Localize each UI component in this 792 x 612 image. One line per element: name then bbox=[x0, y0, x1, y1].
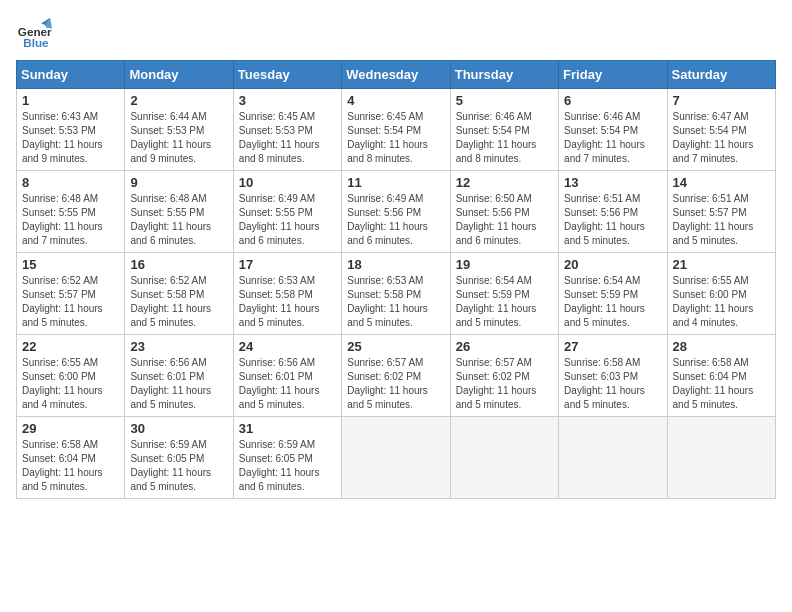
calendar-cell: 10Sunrise: 6:49 AM Sunset: 5:55 PM Dayli… bbox=[233, 171, 341, 253]
calendar-cell: 21Sunrise: 6:55 AM Sunset: 6:00 PM Dayli… bbox=[667, 253, 775, 335]
calendar-cell: 8Sunrise: 6:48 AM Sunset: 5:55 PM Daylig… bbox=[17, 171, 125, 253]
day-header-wednesday: Wednesday bbox=[342, 61, 450, 89]
calendar-header-row: SundayMondayTuesdayWednesdayThursdayFrid… bbox=[17, 61, 776, 89]
day-number: 2 bbox=[130, 93, 227, 108]
day-number: 5 bbox=[456, 93, 553, 108]
calendar-cell: 13Sunrise: 6:51 AM Sunset: 5:56 PM Dayli… bbox=[559, 171, 667, 253]
day-number: 27 bbox=[564, 339, 661, 354]
day-detail: Sunrise: 6:58 AM Sunset: 6:03 PM Dayligh… bbox=[564, 356, 661, 412]
day-number: 25 bbox=[347, 339, 444, 354]
logo-icon: General Blue bbox=[16, 16, 52, 52]
week-row-1: 1Sunrise: 6:43 AM Sunset: 5:53 PM Daylig… bbox=[17, 89, 776, 171]
calendar-cell: 9Sunrise: 6:48 AM Sunset: 5:55 PM Daylig… bbox=[125, 171, 233, 253]
day-header-friday: Friday bbox=[559, 61, 667, 89]
day-detail: Sunrise: 6:58 AM Sunset: 6:04 PM Dayligh… bbox=[22, 438, 119, 494]
day-number: 13 bbox=[564, 175, 661, 190]
day-number: 24 bbox=[239, 339, 336, 354]
day-detail: Sunrise: 6:49 AM Sunset: 5:56 PM Dayligh… bbox=[347, 192, 444, 248]
day-header-monday: Monday bbox=[125, 61, 233, 89]
day-header-tuesday: Tuesday bbox=[233, 61, 341, 89]
day-number: 20 bbox=[564, 257, 661, 272]
day-detail: Sunrise: 6:43 AM Sunset: 5:53 PM Dayligh… bbox=[22, 110, 119, 166]
calendar-cell: 22Sunrise: 6:55 AM Sunset: 6:00 PM Dayli… bbox=[17, 335, 125, 417]
svg-text:Blue: Blue bbox=[23, 36, 49, 49]
week-row-5: 29Sunrise: 6:58 AM Sunset: 6:04 PM Dayli… bbox=[17, 417, 776, 499]
calendar-cell: 28Sunrise: 6:58 AM Sunset: 6:04 PM Dayli… bbox=[667, 335, 775, 417]
calendar-cell: 26Sunrise: 6:57 AM Sunset: 6:02 PM Dayli… bbox=[450, 335, 558, 417]
calendar-cell: 2Sunrise: 6:44 AM Sunset: 5:53 PM Daylig… bbox=[125, 89, 233, 171]
day-detail: Sunrise: 6:45 AM Sunset: 5:53 PM Dayligh… bbox=[239, 110, 336, 166]
day-detail: Sunrise: 6:53 AM Sunset: 5:58 PM Dayligh… bbox=[347, 274, 444, 330]
day-number: 30 bbox=[130, 421, 227, 436]
day-detail: Sunrise: 6:53 AM Sunset: 5:58 PM Dayligh… bbox=[239, 274, 336, 330]
day-detail: Sunrise: 6:54 AM Sunset: 5:59 PM Dayligh… bbox=[456, 274, 553, 330]
calendar-cell: 24Sunrise: 6:56 AM Sunset: 6:01 PM Dayli… bbox=[233, 335, 341, 417]
day-number: 19 bbox=[456, 257, 553, 272]
day-header-thursday: Thursday bbox=[450, 61, 558, 89]
day-number: 29 bbox=[22, 421, 119, 436]
day-detail: Sunrise: 6:45 AM Sunset: 5:54 PM Dayligh… bbox=[347, 110, 444, 166]
day-number: 28 bbox=[673, 339, 770, 354]
day-detail: Sunrise: 6:55 AM Sunset: 6:00 PM Dayligh… bbox=[673, 274, 770, 330]
calendar-cell: 20Sunrise: 6:54 AM Sunset: 5:59 PM Dayli… bbox=[559, 253, 667, 335]
calendar-cell: 15Sunrise: 6:52 AM Sunset: 5:57 PM Dayli… bbox=[17, 253, 125, 335]
day-detail: Sunrise: 6:59 AM Sunset: 6:05 PM Dayligh… bbox=[239, 438, 336, 494]
day-header-saturday: Saturday bbox=[667, 61, 775, 89]
calendar-cell: 31Sunrise: 6:59 AM Sunset: 6:05 PM Dayli… bbox=[233, 417, 341, 499]
calendar-cell bbox=[450, 417, 558, 499]
calendar-cell: 30Sunrise: 6:59 AM Sunset: 6:05 PM Dayli… bbox=[125, 417, 233, 499]
week-row-3: 15Sunrise: 6:52 AM Sunset: 5:57 PM Dayli… bbox=[17, 253, 776, 335]
logo: General Blue bbox=[16, 16, 52, 52]
calendar-cell: 17Sunrise: 6:53 AM Sunset: 5:58 PM Dayli… bbox=[233, 253, 341, 335]
day-number: 23 bbox=[130, 339, 227, 354]
day-detail: Sunrise: 6:57 AM Sunset: 6:02 PM Dayligh… bbox=[456, 356, 553, 412]
day-detail: Sunrise: 6:50 AM Sunset: 5:56 PM Dayligh… bbox=[456, 192, 553, 248]
day-detail: Sunrise: 6:51 AM Sunset: 5:57 PM Dayligh… bbox=[673, 192, 770, 248]
day-detail: Sunrise: 6:46 AM Sunset: 5:54 PM Dayligh… bbox=[456, 110, 553, 166]
calendar-cell: 12Sunrise: 6:50 AM Sunset: 5:56 PM Dayli… bbox=[450, 171, 558, 253]
day-number: 22 bbox=[22, 339, 119, 354]
day-number: 1 bbox=[22, 93, 119, 108]
day-number: 4 bbox=[347, 93, 444, 108]
calendar-cell: 5Sunrise: 6:46 AM Sunset: 5:54 PM Daylig… bbox=[450, 89, 558, 171]
day-number: 12 bbox=[456, 175, 553, 190]
day-detail: Sunrise: 6:56 AM Sunset: 6:01 PM Dayligh… bbox=[239, 356, 336, 412]
day-number: 26 bbox=[456, 339, 553, 354]
week-row-2: 8Sunrise: 6:48 AM Sunset: 5:55 PM Daylig… bbox=[17, 171, 776, 253]
calendar-cell: 23Sunrise: 6:56 AM Sunset: 6:01 PM Dayli… bbox=[125, 335, 233, 417]
day-detail: Sunrise: 6:46 AM Sunset: 5:54 PM Dayligh… bbox=[564, 110, 661, 166]
day-number: 17 bbox=[239, 257, 336, 272]
day-detail: Sunrise: 6:48 AM Sunset: 5:55 PM Dayligh… bbox=[130, 192, 227, 248]
calendar-cell: 18Sunrise: 6:53 AM Sunset: 5:58 PM Dayli… bbox=[342, 253, 450, 335]
day-number: 15 bbox=[22, 257, 119, 272]
day-detail: Sunrise: 6:52 AM Sunset: 5:57 PM Dayligh… bbox=[22, 274, 119, 330]
day-number: 16 bbox=[130, 257, 227, 272]
page-header: General Blue bbox=[16, 16, 776, 52]
day-number: 18 bbox=[347, 257, 444, 272]
calendar-cell: 27Sunrise: 6:58 AM Sunset: 6:03 PM Dayli… bbox=[559, 335, 667, 417]
calendar-cell: 11Sunrise: 6:49 AM Sunset: 5:56 PM Dayli… bbox=[342, 171, 450, 253]
calendar-cell: 19Sunrise: 6:54 AM Sunset: 5:59 PM Dayli… bbox=[450, 253, 558, 335]
calendar-cell: 29Sunrise: 6:58 AM Sunset: 6:04 PM Dayli… bbox=[17, 417, 125, 499]
day-detail: Sunrise: 6:58 AM Sunset: 6:04 PM Dayligh… bbox=[673, 356, 770, 412]
calendar-cell: 7Sunrise: 6:47 AM Sunset: 5:54 PM Daylig… bbox=[667, 89, 775, 171]
day-number: 14 bbox=[673, 175, 770, 190]
calendar-cell: 14Sunrise: 6:51 AM Sunset: 5:57 PM Dayli… bbox=[667, 171, 775, 253]
day-number: 31 bbox=[239, 421, 336, 436]
day-detail: Sunrise: 6:52 AM Sunset: 5:58 PM Dayligh… bbox=[130, 274, 227, 330]
day-number: 11 bbox=[347, 175, 444, 190]
calendar-cell: 3Sunrise: 6:45 AM Sunset: 5:53 PM Daylig… bbox=[233, 89, 341, 171]
day-number: 9 bbox=[130, 175, 227, 190]
day-detail: Sunrise: 6:48 AM Sunset: 5:55 PM Dayligh… bbox=[22, 192, 119, 248]
calendar-cell bbox=[342, 417, 450, 499]
day-detail: Sunrise: 6:55 AM Sunset: 6:00 PM Dayligh… bbox=[22, 356, 119, 412]
calendar-cell bbox=[667, 417, 775, 499]
day-number: 8 bbox=[22, 175, 119, 190]
calendar-body: 1Sunrise: 6:43 AM Sunset: 5:53 PM Daylig… bbox=[17, 89, 776, 499]
day-detail: Sunrise: 6:47 AM Sunset: 5:54 PM Dayligh… bbox=[673, 110, 770, 166]
calendar-cell: 16Sunrise: 6:52 AM Sunset: 5:58 PM Dayli… bbox=[125, 253, 233, 335]
week-row-4: 22Sunrise: 6:55 AM Sunset: 6:00 PM Dayli… bbox=[17, 335, 776, 417]
calendar-cell: 1Sunrise: 6:43 AM Sunset: 5:53 PM Daylig… bbox=[17, 89, 125, 171]
calendar-cell: 4Sunrise: 6:45 AM Sunset: 5:54 PM Daylig… bbox=[342, 89, 450, 171]
calendar-cell: 25Sunrise: 6:57 AM Sunset: 6:02 PM Dayli… bbox=[342, 335, 450, 417]
